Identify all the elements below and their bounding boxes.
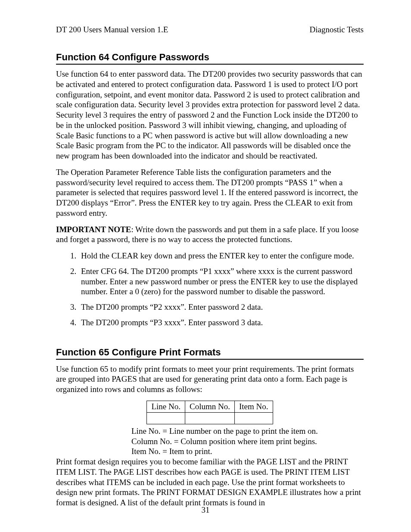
step-item: Hold the CLEAR key down and press the EN… — [78, 251, 364, 261]
table-empty-cell — [234, 412, 273, 424]
table-empty-cell — [147, 412, 185, 424]
legend-line: Line No. = Line number on the page to pr… — [131, 426, 364, 436]
body-paragraph: The Operation Parameter Reference Table … — [56, 167, 364, 218]
header-right: Diagnostic Tests — [309, 25, 364, 34]
step-item: Enter CFG 64. The DT200 prompts “P1 xxxx… — [78, 266, 364, 297]
section-title-f65: Function 65 Configure Print Formats — [56, 347, 364, 360]
table-header-cell: Line No. — [147, 401, 185, 412]
table-header-cell: Column No. — [185, 401, 235, 412]
table-empty-cell — [185, 412, 235, 424]
section-title-f64: Function 64 Configure Passwords — [56, 52, 364, 65]
table-legend: Line No. = Line number on the page to pr… — [131, 426, 364, 457]
legend-line: Item No. = Item to print. — [131, 446, 364, 457]
steps-list: Hold the CLEAR key down and press the EN… — [56, 251, 364, 328]
format-table: Line No. Column No. Item No. — [56, 401, 364, 424]
legend-line: Column No. = Column position where item … — [131, 436, 364, 447]
page-number: 31 — [0, 505, 411, 515]
important-note: IMPORTANT NOTE: Write down the passwords… — [56, 224, 364, 245]
header-left: DT 200 Users Manual version 1.E — [56, 25, 168, 34]
body-paragraph: Use function 65 to modify print formats … — [56, 364, 364, 395]
step-item: The DT200 prompts “P2 xxxx”. Enter passw… — [78, 302, 364, 312]
document-page: DT 200 Users Manual version 1.E Diagnost… — [0, 0, 411, 532]
body-paragraph: Use function 64 to enter password data. … — [56, 69, 364, 161]
step-item: The DT200 prompts “P3 xxxx”. Enter passw… — [78, 317, 364, 328]
note-label: IMPORTANT NOTE — [56, 225, 131, 234]
body-paragraph: Print format design requires you to beco… — [56, 457, 364, 508]
page-header: DT 200 Users Manual version 1.E Diagnost… — [56, 25, 364, 34]
table-header-cell: Item No. — [234, 401, 273, 412]
